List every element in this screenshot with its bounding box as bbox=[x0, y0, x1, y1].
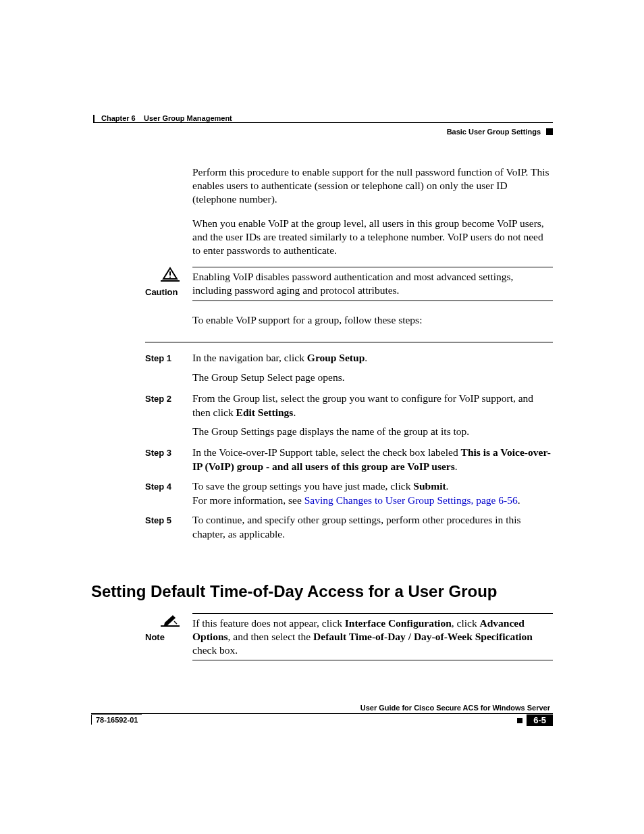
step-label: Step 5 bbox=[145, 513, 192, 542]
svg-point-2 bbox=[169, 277, 171, 278]
steps-rule bbox=[145, 342, 553, 343]
footer-doc-title: User Guide for Cisco Secure ACS for Wind… bbox=[91, 704, 553, 712]
step-sub: The Group Setup Select page opens. bbox=[192, 371, 553, 385]
step-row: Step 2 From the Group list, select the g… bbox=[145, 392, 553, 420]
caution-block: Caution Enabling VoIP disables password … bbox=[145, 267, 553, 301]
step-text: In the Voice-over-IP Support table, sele… bbox=[192, 446, 553, 474]
step-label: Step 2 bbox=[145, 392, 192, 420]
caution-text: Enabling VoIP disables password authenti… bbox=[192, 267, 553, 301]
cross-ref-link[interactable]: Saving Changes to User Group Settings, p… bbox=[304, 494, 518, 506]
chapter-title: User Group Management bbox=[144, 114, 232, 122]
header-square-icon bbox=[546, 128, 553, 135]
intro-paragraph-1: Perform this procedure to enable support… bbox=[192, 165, 553, 206]
footer-page-number: 6-5 bbox=[527, 714, 553, 726]
step-row: Step 3 In the Voice-over-IP Support tabl… bbox=[145, 446, 553, 474]
step-sub: The Group Settings page displays the nam… bbox=[192, 425, 553, 439]
page-footer: User Guide for Cisco Secure ACS for Wind… bbox=[91, 704, 553, 726]
running-header-right: Basic User Group Settings bbox=[447, 127, 553, 136]
caution-icon bbox=[148, 267, 192, 284]
step-label: Step 1 bbox=[145, 351, 192, 365]
step-label: Step 3 bbox=[145, 446, 192, 474]
section-heading-right: Basic User Group Settings bbox=[447, 128, 546, 136]
note-text: If this feature does not appear, click I… bbox=[192, 614, 553, 660]
step-row: Step 4 To save the group settings you ha… bbox=[145, 479, 553, 508]
step-row: Step 5 To continue, and specify other gr… bbox=[145, 513, 553, 542]
running-header-left: Chapter 6 User Group Management bbox=[93, 115, 232, 122]
lead-text: To enable VoIP support for a group, foll… bbox=[192, 313, 553, 327]
intro-paragraph-2: When you enable VoIP at the group level,… bbox=[192, 217, 553, 257]
step-row: Step 1 In the navigation bar, click Grou… bbox=[145, 351, 553, 365]
footer-doc-number: 78-16592-01 bbox=[91, 714, 142, 725]
footer-square-icon bbox=[517, 718, 522, 723]
section-heading: Setting Default Time-of-Day Access for a… bbox=[91, 582, 553, 601]
note-label: Note bbox=[145, 630, 192, 642]
step-text: To continue, and specify other group set… bbox=[192, 513, 553, 542]
step-text: In the navigation bar, click Group Setup… bbox=[192, 351, 553, 365]
chapter-number: Chapter 6 bbox=[101, 114, 136, 122]
step-text: From the Group list, select the group yo… bbox=[192, 392, 553, 420]
step-label: Step 4 bbox=[145, 479, 192, 508]
step-text: To save the group settings you have just… bbox=[192, 479, 553, 508]
note-icon bbox=[148, 613, 192, 629]
note-block: Note If this feature does not appear, cl… bbox=[145, 613, 553, 660]
caution-label: Caution bbox=[145, 285, 192, 297]
